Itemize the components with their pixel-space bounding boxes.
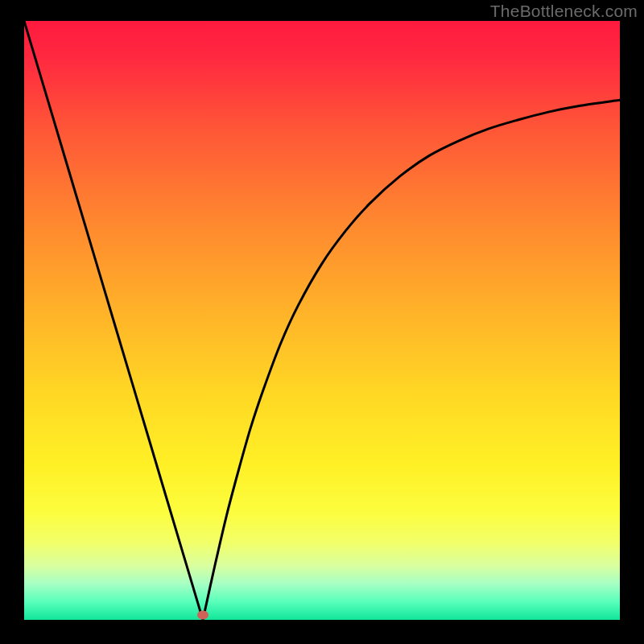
watermark-text: TheBottleneck.com: [490, 2, 638, 21]
bottleneck-curve: [24, 21, 620, 620]
chart-container: TheBottleneck.com: [0, 0, 644, 644]
marker-dot: [197, 611, 208, 620]
